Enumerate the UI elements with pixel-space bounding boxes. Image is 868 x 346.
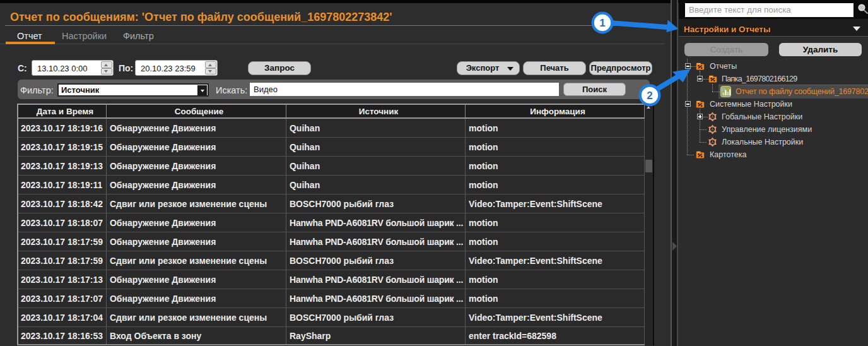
svg-text:2: 2 xyxy=(647,90,652,102)
svg-text:1: 1 xyxy=(599,17,605,29)
